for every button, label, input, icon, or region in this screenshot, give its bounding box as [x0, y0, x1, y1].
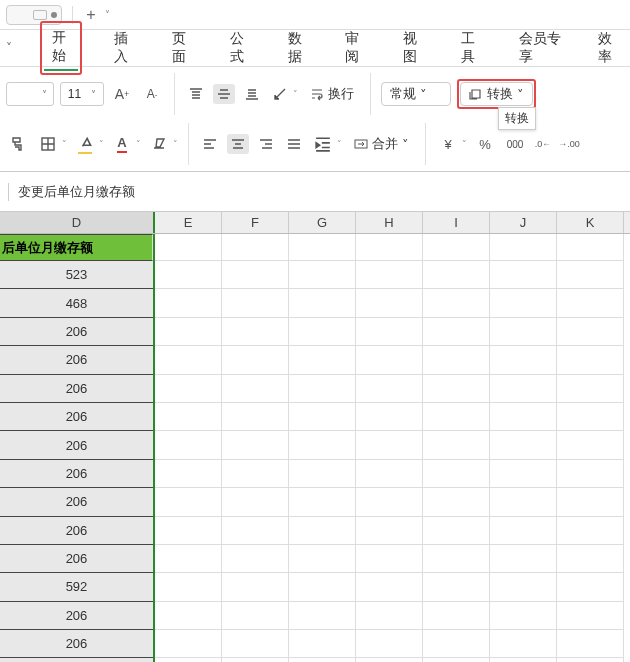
grid-cell[interactable]	[289, 403, 356, 431]
grid-cell[interactable]	[155, 234, 222, 261]
grid-cell[interactable]	[423, 573, 490, 601]
increase-font-icon[interactable]: A+	[110, 83, 134, 105]
new-tab-button[interactable]: +	[83, 7, 99, 23]
decrease-font-icon[interactable]: A-	[140, 83, 164, 105]
align-middle-icon[interactable]	[213, 84, 235, 104]
grid-cell[interactable]	[356, 488, 423, 516]
col-header-F[interactable]: F	[222, 212, 289, 233]
grid-cell[interactable]	[557, 488, 624, 516]
grid-cell[interactable]	[155, 261, 222, 289]
grid-cell[interactable]	[557, 517, 624, 545]
grid-cell[interactable]	[490, 545, 557, 573]
grid-cell[interactable]	[423, 431, 490, 459]
grid-cell[interactable]	[490, 517, 557, 545]
col-header-H[interactable]: H	[356, 212, 423, 233]
grid-cell[interactable]	[557, 261, 624, 289]
grid-cell[interactable]	[222, 488, 289, 516]
grid-cell[interactable]	[490, 318, 557, 346]
grid-cell[interactable]	[289, 630, 356, 658]
grid-cell[interactable]	[155, 630, 222, 658]
grid-cell[interactable]	[490, 573, 557, 601]
grid-cell[interactable]	[490, 658, 557, 662]
align-top-icon[interactable]	[185, 84, 207, 104]
grid-cell[interactable]	[222, 375, 289, 403]
grid-cell[interactable]	[289, 488, 356, 516]
grid-cell[interactable]	[356, 318, 423, 346]
grid-cell[interactable]	[155, 346, 222, 374]
thousands-button[interactable]: 000	[503, 133, 527, 155]
grid-cell[interactable]	[222, 346, 289, 374]
menu-overflow-chevron-icon[interactable]: ˅	[6, 35, 12, 61]
grid-cell[interactable]	[490, 403, 557, 431]
table-cell[interactable]: 206	[0, 431, 153, 459]
menu-tools[interactable]: 工具	[457, 24, 487, 72]
grid-cell[interactable]	[155, 289, 222, 317]
grid-cell[interactable]	[490, 375, 557, 403]
grid-cell[interactable]	[155, 602, 222, 630]
number-format-select[interactable]: 常规 ˅	[381, 82, 451, 106]
grid-cell[interactable]	[490, 630, 557, 658]
grid-cell[interactable]	[557, 403, 624, 431]
menu-efficiency[interactable]: 效率	[594, 24, 624, 72]
grid-cell[interactable]	[423, 602, 490, 630]
grid-cell[interactable]	[423, 234, 490, 261]
menu-data[interactable]: 数据	[284, 24, 314, 72]
grid-cell[interactable]	[222, 517, 289, 545]
grid-cell[interactable]	[289, 261, 356, 289]
grid-cell[interactable]	[557, 289, 624, 317]
grid-cell[interactable]	[222, 234, 289, 261]
grid-cell[interactable]	[557, 234, 624, 261]
grid-cell[interactable]	[356, 289, 423, 317]
grid-cell[interactable]	[222, 630, 289, 658]
grid-cell[interactable]	[423, 460, 490, 488]
grid-cell[interactable]	[222, 460, 289, 488]
grid-cell[interactable]	[356, 460, 423, 488]
grid-cell[interactable]	[289, 375, 356, 403]
table-cell[interactable]: 523	[0, 261, 153, 289]
grid-cell[interactable]	[490, 234, 557, 261]
table-cell[interactable]: 468	[0, 289, 153, 317]
menu-view[interactable]: 视图	[399, 24, 429, 72]
grid-cell[interactable]	[289, 318, 356, 346]
fill-dropdown-icon[interactable]: ˅	[99, 139, 104, 149]
grid-cell[interactable]	[356, 573, 423, 601]
align-bottom-icon[interactable]	[241, 84, 263, 104]
grid-cell[interactable]	[557, 375, 624, 403]
grid-cell[interactable]	[490, 431, 557, 459]
convert-button[interactable]: 转换 ˅	[460, 82, 533, 106]
table-header-cell[interactable]: 后单位月缴存额	[0, 234, 153, 261]
border-icon[interactable]	[36, 133, 60, 155]
menu-formula[interactable]: 公式	[226, 24, 256, 72]
grid-cell[interactable]	[423, 403, 490, 431]
grid-cell[interactable]	[423, 375, 490, 403]
menu-review[interactable]: 审阅	[341, 24, 371, 72]
grid-cell[interactable]	[222, 403, 289, 431]
col-header-J[interactable]: J	[490, 212, 557, 233]
align-right-icon[interactable]	[255, 134, 277, 154]
grid-cell[interactable]	[289, 234, 356, 261]
menu-page[interactable]: 页面	[168, 24, 198, 72]
grid-cell[interactable]	[155, 431, 222, 459]
grid-cell[interactable]	[289, 545, 356, 573]
grid-cell[interactable]	[289, 289, 356, 317]
grid-cell[interactable]	[155, 658, 222, 662]
merge-button[interactable]: 合并 ˅	[348, 132, 415, 156]
grid-cell[interactable]	[155, 488, 222, 516]
grid-cell[interactable]	[289, 346, 356, 374]
grid-cell[interactable]	[222, 318, 289, 346]
justify-icon[interactable]	[283, 134, 305, 154]
clear-dropdown-icon[interactable]: ˅	[173, 139, 178, 149]
grid-body[interactable]	[155, 234, 630, 662]
border-dropdown-icon[interactable]: ˅	[62, 139, 67, 149]
increase-decimal-icon[interactable]: →.00	[559, 133, 579, 155]
grid-cell[interactable]	[423, 545, 490, 573]
indent-dropdown-icon[interactable]: ˅	[337, 139, 342, 149]
grid-cell[interactable]	[490, 289, 557, 317]
grid-cell[interactable]	[423, 630, 490, 658]
table-cell[interactable]: 206	[0, 346, 153, 374]
grid-cell[interactable]	[356, 545, 423, 573]
grid-cell[interactable]	[356, 346, 423, 374]
percent-button[interactable]: %	[473, 133, 497, 155]
grid-cell[interactable]	[423, 261, 490, 289]
grid-cell[interactable]	[557, 318, 624, 346]
